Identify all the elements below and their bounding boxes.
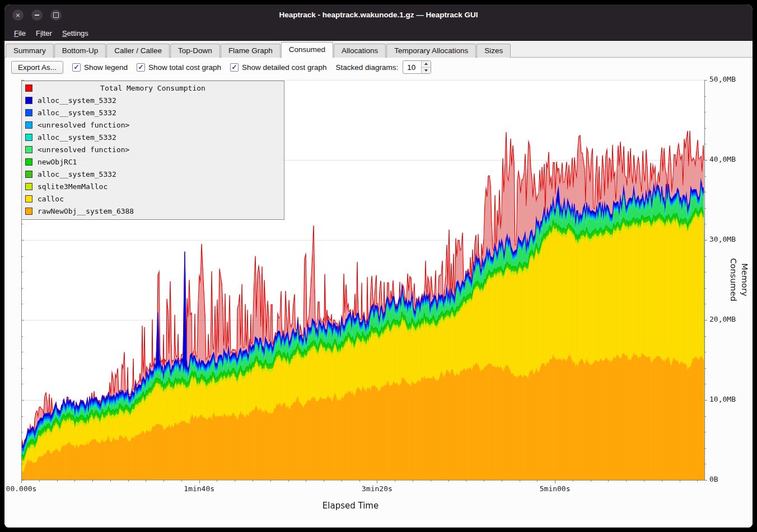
- legend-swatch-icon: [25, 97, 32, 104]
- legend-label: calloc: [38, 195, 64, 203]
- checkbox-check-icon: [137, 63, 145, 72]
- checkbox-check-icon: [72, 63, 81, 72]
- legend-swatch-icon: [25, 195, 32, 203]
- legend-label: rawNewObj__system_6388: [38, 207, 134, 215]
- spinner-up-icon[interactable]: [422, 61, 431, 68]
- tab-flame-graph[interactable]: Flame Graph: [221, 44, 281, 58]
- legend-item: rawNewObj__system_6388: [22, 205, 284, 217]
- menu-item-filter[interactable]: Filter: [31, 27, 57, 40]
- stacked-diagrams-spinner[interactable]: 10: [403, 60, 431, 74]
- show-total-cost-graph-label: Show total cost graph: [148, 63, 221, 72]
- maximize-icon[interactable]: [50, 10, 62, 21]
- legend-title: Total Memory Consumption: [22, 84, 284, 92]
- menu-item-file[interactable]: File: [9, 27, 31, 40]
- show-total-cost-graph-checkbox[interactable]: Show total cost graph: [137, 63, 221, 72]
- tab-caller-callee[interactable]: Caller / Callee: [106, 44, 170, 58]
- checkbox-check-icon: [230, 63, 239, 72]
- menu-bar: FileFilterSettings: [4, 26, 753, 41]
- legend-label: alloc__system_5332: [38, 170, 116, 178]
- export-as-button[interactable]: Export As...: [11, 61, 63, 74]
- legend-item: calloc: [22, 192, 284, 205]
- menu-item-settings[interactable]: Settings: [57, 27, 94, 40]
- legend-swatch-icon: [25, 134, 32, 141]
- legend-swatch-icon: [25, 208, 32, 215]
- tab-bar: SummaryBottom-UpCaller / CalleeTop-DownF…: [4, 41, 753, 58]
- minimize-icon[interactable]: [31, 10, 43, 21]
- tab-consumed[interactable]: Consumed: [281, 42, 333, 58]
- legend-item: alloc__system_5332: [22, 106, 284, 119]
- y-axis-title: Memory Consumed: [739, 241, 750, 319]
- show-legend-label: Show legend: [84, 63, 128, 72]
- show-detailed-cost-graph-checkbox[interactable]: Show detailed cost graph: [230, 63, 327, 72]
- legend-label: <unresolved function>: [38, 121, 129, 129]
- tab-allocations[interactable]: Allocations: [334, 44, 386, 58]
- heaptrack-window: Heaptrack - heaptrack.wakunode.1.gz — He…: [4, 4, 753, 528]
- legend-item: newObjRC1: [22, 156, 284, 168]
- legend-swatch-icon: [25, 171, 32, 178]
- legend-title-row: Total Memory Consumption: [22, 82, 284, 94]
- legend-items: alloc__system_5332alloc__system_5332<unr…: [22, 94, 284, 217]
- legend-item: sqlite3MemMalloc: [22, 180, 284, 192]
- stacked-diagrams-label: Stacked diagrams:: [336, 63, 399, 72]
- legend-label: alloc__system_5332: [38, 109, 116, 117]
- legend-label: alloc__system_5332: [38, 133, 116, 142]
- show-legend-checkbox[interactable]: Show legend: [72, 63, 128, 72]
- titlebar[interactable]: Heaptrack - heaptrack.wakunode.1.gz — He…: [4, 4, 753, 26]
- legend-item: <unresolved function>: [22, 143, 284, 156]
- chart-area: Total Memory Consumption alloc__system_5…: [4, 77, 753, 528]
- desktop-background: Heaptrack - heaptrack.wakunode.1.gz — He…: [0, 0, 757, 532]
- legend-label: newObjRC1: [38, 158, 77, 166]
- window-controls: [12, 10, 62, 21]
- show-detailed-cost-graph-label: Show detailed cost graph: [242, 63, 327, 72]
- stacked-diagrams-value: 10: [403, 61, 421, 73]
- legend-swatch-icon: [25, 121, 32, 129]
- legend-item: <unresolved function>: [22, 119, 284, 131]
- tab-top-down[interactable]: Top-Down: [170, 44, 220, 58]
- toolbar: Export As... Show legend Show total cost…: [4, 58, 753, 77]
- spinner-down-icon[interactable]: [422, 68, 431, 74]
- legend-swatch-icon: [25, 158, 32, 166]
- close-icon[interactable]: [12, 10, 24, 21]
- spinner-buttons: [421, 61, 431, 73]
- window-title: Heaptrack - heaptrack.wakunode.1.gz — He…: [4, 4, 753, 26]
- chart-legend: Total Memory Consumption alloc__system_5…: [21, 81, 284, 220]
- tab-temporary-allocations[interactable]: Temporary Allocations: [386, 44, 476, 58]
- legend-item: alloc__system_5332: [22, 131, 284, 143]
- legend-item: alloc__system_5332: [22, 168, 284, 180]
- x-axis-title: Elapsed Time: [4, 501, 697, 511]
- legend-swatch-icon: [25, 183, 32, 190]
- legend-label: alloc__system_5332: [38, 96, 116, 105]
- legend-swatch-icon: [25, 146, 32, 153]
- legend-item: alloc__system_5332: [22, 94, 284, 106]
- legend-label: <unresolved function>: [38, 145, 129, 154]
- tab-sizes[interactable]: Sizes: [476, 44, 511, 58]
- legend-swatch-icon: [25, 109, 32, 116]
- tab-summary[interactable]: Summary: [6, 44, 54, 58]
- legend-label: sqlite3MemMalloc: [38, 182, 108, 191]
- tab-bottom-up[interactable]: Bottom-Up: [54, 44, 106, 58]
